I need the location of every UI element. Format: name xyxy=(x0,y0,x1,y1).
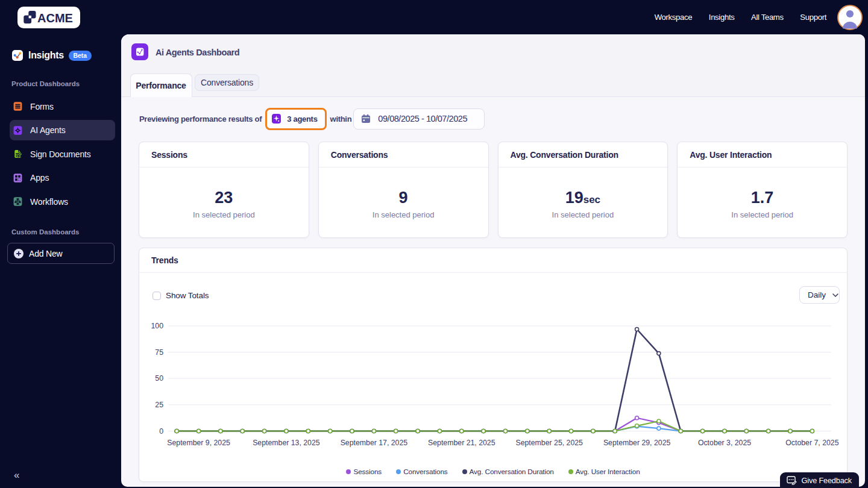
svg-text:September 9, 2025: September 9, 2025 xyxy=(167,439,230,447)
svg-text:September 13, 2025: September 13, 2025 xyxy=(253,439,320,447)
svg-text:September 29, 2025: September 29, 2025 xyxy=(603,439,671,447)
svg-text:75: 75 xyxy=(155,348,163,357)
svg-text:October 7, 2025: October 7, 2025 xyxy=(785,439,838,447)
svg-text:50: 50 xyxy=(155,374,163,383)
svg-text:ACME: ACME xyxy=(37,11,73,25)
svg-text:September 25, 2025: September 25, 2025 xyxy=(515,439,583,447)
svg-text:September 21, 2025: September 21, 2025 xyxy=(428,439,495,447)
svg-text:0: 0 xyxy=(159,427,163,436)
svg-text:September 17, 2025: September 17, 2025 xyxy=(341,439,408,447)
svg-text:100: 100 xyxy=(151,322,163,330)
svg-text:25: 25 xyxy=(155,401,163,409)
svg-text:October 3, 2025: October 3, 2025 xyxy=(698,439,751,447)
